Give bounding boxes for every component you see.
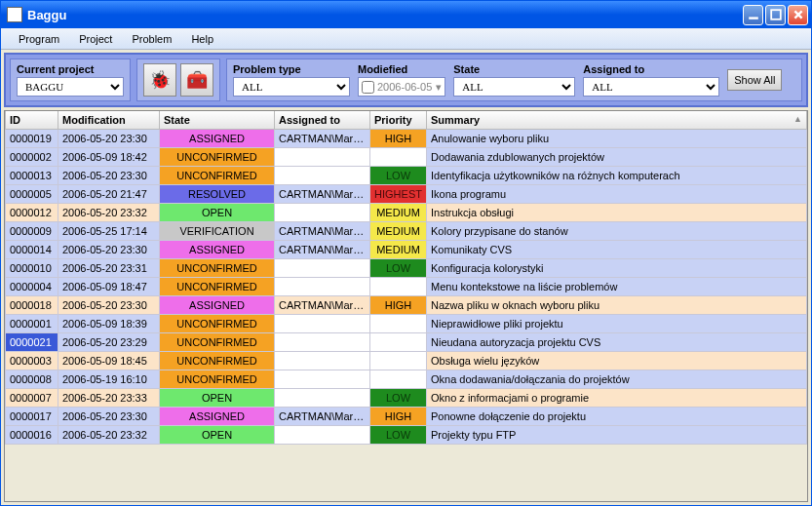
cell-id[interactable]: 0000007 [6, 388, 58, 407]
cell-id[interactable]: 0000014 [6, 240, 58, 258]
cell-summary[interactable]: Dodawania zdublowanych projektów [427, 147, 807, 166]
table-row[interactable]: 00000022006-05-09 18:42UNCONFIRMEDDodawa… [6, 147, 807, 166]
cell-state[interactable]: UNCONFIRMED [160, 351, 275, 370]
cell-assigned[interactable] [275, 277, 370, 295]
cell-modification[interactable]: 2006-05-20 23:30 [58, 295, 160, 314]
cell-assigned[interactable]: CARTMAN\Marcin [275, 221, 370, 240]
cell-state[interactable]: UNCONFIRMED [160, 166, 275, 184]
cell-assigned[interactable] [275, 166, 370, 184]
cell-assigned[interactable]: CARTMAN\Marcin [275, 240, 370, 258]
state-select[interactable]: ALL [453, 77, 575, 97]
cell-summary[interactable]: Anulowanie wyboru pliku [427, 129, 807, 147]
cell-modification[interactable]: 2006-05-25 17:14 [58, 221, 160, 240]
cell-state[interactable]: OPEN [160, 425, 275, 444]
cell-assigned[interactable] [275, 351, 370, 370]
cell-state[interactable]: UNCONFIRMED [160, 258, 275, 277]
cell-state[interactable]: ASSIGNED [160, 407, 275, 425]
table-row[interactable]: 00000182006-05-20 23:30ASSIGNEDCARTMAN\M… [6, 295, 807, 314]
cell-state[interactable]: ASSIGNED [160, 295, 275, 314]
cell-assigned[interactable] [275, 370, 370, 388]
table-row[interactable]: 00000082006-05-19 16:10UNCONFIRMEDOkna d… [6, 370, 807, 388]
menu-project[interactable]: Project [69, 31, 122, 47]
cell-modification[interactable]: 2006-05-09 18:45 [58, 351, 160, 370]
cell-modification[interactable]: 2006-05-20 23:32 [58, 203, 160, 221]
cell-summary[interactable]: Nieudana autoryzacja projektu CVS [427, 332, 807, 351]
cell-modification[interactable]: 2006-05-09 18:42 [58, 147, 160, 166]
cell-priority[interactable]: LOW [370, 166, 427, 184]
cell-state[interactable]: VERIFICATION [160, 221, 275, 240]
menu-help[interactable]: Help [181, 31, 223, 47]
minimize-button[interactable] [743, 5, 763, 25]
cell-summary[interactable]: Okna dodawania/dołączania do projektów [427, 370, 807, 388]
cell-priority[interactable] [370, 370, 427, 388]
cell-modification[interactable]: 2006-05-20 23:29 [58, 332, 160, 351]
cell-priority[interactable] [370, 332, 427, 351]
cell-assigned[interactable] [275, 258, 370, 277]
cell-summary[interactable]: Identyfikacja użytkowników na różnych ko… [427, 166, 807, 184]
cell-assigned[interactable] [275, 332, 370, 351]
cell-priority[interactable]: MEDIUM [370, 240, 427, 258]
cell-modification[interactable]: 2006-05-20 23:30 [58, 166, 160, 184]
cell-priority[interactable] [370, 351, 427, 370]
table-row[interactable]: 00000012006-05-09 18:39UNCONFIRMEDNiepra… [6, 314, 807, 332]
menu-program[interactable]: Program [9, 31, 69, 47]
cell-summary[interactable]: Instrukcja obsługi [427, 203, 807, 221]
cell-id[interactable]: 0000002 [6, 147, 58, 166]
cell-id[interactable]: 0000001 [6, 314, 58, 332]
cell-id[interactable]: 0000021 [6, 332, 58, 351]
col-summary[interactable]: Summary▲ [427, 111, 807, 129]
table-row[interactable]: 00000142006-05-20 23:30ASSIGNEDCARTMAN\M… [6, 240, 807, 258]
cell-summary[interactable]: Kolory przypisane do stanów [427, 221, 807, 240]
table-row[interactable]: 00000162006-05-20 23:32OPENLOWProjekty t… [6, 425, 807, 444]
close-button[interactable] [788, 5, 808, 25]
problem-type-select[interactable]: ALL [233, 77, 350, 97]
cell-state[interactable]: OPEN [160, 388, 275, 407]
cell-state[interactable]: UNCONFIRMED [160, 332, 275, 351]
cell-state[interactable]: OPEN [160, 203, 275, 221]
table-row[interactable]: 00000132006-05-20 23:30UNCONFIRMEDLOWIde… [6, 166, 807, 184]
table-row[interactable]: 00000042006-05-09 18:47UNCONFIRMEDMenu k… [6, 277, 807, 295]
show-all-button[interactable]: Show All [727, 69, 782, 91]
cell-modification[interactable]: 2006-05-20 21:47 [58, 184, 160, 203]
cell-modification[interactable]: 2006-05-09 18:47 [58, 277, 160, 295]
table-scroll[interactable]: ID Modification State Assigned to Priori… [5, 111, 807, 501]
table-row[interactable]: 00000032006-05-09 18:45UNCONFIRMEDObsług… [6, 351, 807, 370]
cell-id[interactable]: 0000019 [6, 129, 58, 147]
cell-state[interactable]: UNCONFIRMED [160, 370, 275, 388]
cell-assigned[interactable] [275, 314, 370, 332]
cell-id[interactable]: 0000012 [6, 203, 58, 221]
cell-modification[interactable]: 2006-05-20 23:30 [58, 407, 160, 425]
cell-summary[interactable]: Ikona programu [427, 184, 807, 203]
assigned-select[interactable]: ALL [583, 77, 719, 97]
cell-priority[interactable]: LOW [370, 425, 427, 444]
cell-priority[interactable] [370, 147, 427, 166]
cell-assigned[interactable]: CARTMAN\Marcin [275, 407, 370, 425]
cell-state[interactable]: UNCONFIRMED [160, 277, 275, 295]
cell-modification[interactable]: 2006-05-20 23:32 [58, 425, 160, 444]
cell-modification[interactable]: 2006-05-19 16:10 [58, 370, 160, 388]
col-assigned[interactable]: Assigned to [275, 111, 370, 129]
cell-summary[interactable]: Konfiguracja kolorystyki [427, 258, 807, 277]
maximize-button[interactable] [765, 5, 786, 25]
cell-priority[interactable]: HIGHEST [370, 184, 427, 203]
cell-modification[interactable]: 2006-05-20 23:33 [58, 388, 160, 407]
cell-id[interactable]: 0000004 [6, 277, 58, 295]
table-row[interactable]: 00000122006-05-20 23:32OPENMEDIUMInstruk… [6, 203, 807, 221]
cell-state[interactable]: UNCONFIRMED [160, 314, 275, 332]
cell-id[interactable]: 0000013 [6, 166, 58, 184]
cell-assigned[interactable] [275, 147, 370, 166]
table-row[interactable]: 00000212006-05-20 23:29UNCONFIRMEDNieuda… [6, 332, 807, 351]
cell-modification[interactable]: 2006-05-20 23:30 [58, 129, 160, 147]
cell-summary[interactable]: Komunikaty CVS [427, 240, 807, 258]
cell-priority[interactable]: HIGH [370, 295, 427, 314]
col-state[interactable]: State [160, 111, 275, 129]
current-project-select[interactable]: BAGGU [17, 77, 124, 97]
col-modification[interactable]: Modification [58, 111, 160, 129]
cell-assigned[interactable] [275, 388, 370, 407]
col-priority[interactable]: Priority [370, 111, 427, 129]
cell-summary[interactable]: Ponowne dołączenie do projektu [427, 407, 807, 425]
cell-id[interactable]: 0000018 [6, 295, 58, 314]
cell-id[interactable]: 0000009 [6, 221, 58, 240]
cell-state[interactable]: ASSIGNED [160, 240, 275, 258]
cell-id[interactable]: 0000003 [6, 351, 58, 370]
